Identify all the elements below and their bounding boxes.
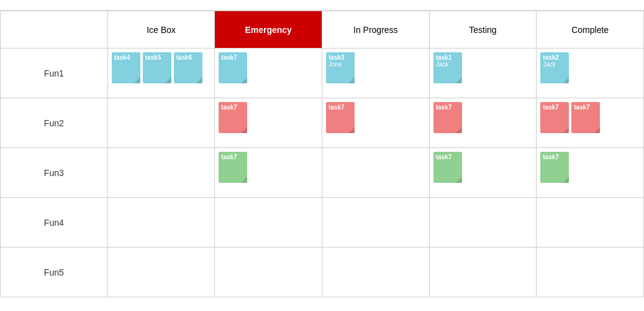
row-label-fun2: Fun2 [1,98,108,148]
cell-fun3-testing: task7 [429,148,537,198]
table-row: Fun5 [1,248,644,297]
row-label-fun1: Fun1 [1,49,108,98]
cell-fun2-complete: task7task7 [537,98,644,148]
task-person: Jack [436,61,449,68]
task-label: task5 [145,54,161,61]
cell-fun2-testing: task7 [429,98,537,148]
tasks-container: task7 [326,102,425,133]
column-header-emergency: Emergency [215,11,322,49]
table-wrapper: Ice BoxEmergencyIn ProgressTestingComple… [0,11,644,297]
row-label-fun5: Fun5 [1,248,108,297]
cell-fun4-icebox [107,198,215,248]
task-card[interactable]: task5 [143,52,171,83]
cell-fun3-emergency: task7 [215,148,322,198]
task-card[interactable]: task7 [540,152,569,183]
task-label: task2 [543,54,559,61]
cell-fun5-inprogress [322,248,429,297]
task-label: task1 [436,54,452,61]
cell-fun2-emergency: task7 [215,98,322,148]
row-label-fun3: Fun3 [1,148,108,198]
cell-fun1-inprogress: task3Jone [322,49,429,98]
cell-fun5-emergency [215,248,322,297]
cell-fun5-icebox [107,248,215,297]
column-header-complete: Complete [537,11,644,49]
task-card[interactable]: task7 [219,102,247,133]
column-header-inprogress: In Progress [322,11,429,49]
table-row: Fun2task7task7task7task7task7 [1,98,644,148]
task-label: task7 [221,54,237,61]
cell-fun5-complete [537,248,644,297]
cell-fun5-testing [429,248,537,297]
cell-fun3-icebox [107,148,215,198]
tasks-container: task3Jone [326,52,425,83]
task-label: task3 [329,54,345,61]
tasks-container: task2Jack [540,52,640,83]
table-row: Fun4 [1,198,644,248]
task-card[interactable]: task7 [326,102,355,133]
task-card[interactable]: task7 [571,102,600,133]
tasks-container: task7 [219,52,318,83]
cell-fun1-icebox: task4task5task6 [107,49,215,98]
column-header-testing: Testing [429,11,537,49]
cell-fun1-complete: task2Jack [537,49,644,98]
table-row: Fun1task4task5task6task7task3Jonetask1Ja… [1,49,644,98]
cell-fun4-complete [537,198,644,248]
task-label: task4 [114,54,130,61]
task-label: task7 [221,154,237,160]
cell-fun1-emergency: task7 [215,49,322,98]
top-text [0,0,644,11]
corner-cell [1,11,108,49]
task-label: task7 [543,154,559,160]
cell-fun4-emergency [215,198,322,248]
task-person: Jone [329,61,342,68]
cell-fun2-icebox [107,98,215,148]
task-card[interactable]: task2Jack [540,52,569,83]
task-card[interactable]: task7 [433,102,462,133]
task-card[interactable]: task4 [112,52,140,83]
tasks-container: task4task5task6 [112,52,211,83]
cell-fun2-inprogress: task7 [322,98,429,148]
task-card[interactable]: task7 [219,52,247,83]
row-label-fun4: Fun4 [1,198,108,248]
tasks-container: task7 [219,102,318,133]
task-label: task7 [436,104,452,111]
tasks-container: task7 [433,102,533,133]
task-person: Jack [543,61,556,68]
task-label: task6 [176,54,193,61]
task-label: task7 [221,104,237,111]
task-card[interactable]: task6 [174,52,202,83]
cell-fun3-complete: task7 [537,148,644,198]
task-label: task7 [543,104,559,111]
task-card[interactable]: task7 [219,152,247,183]
task-card[interactable]: task7 [540,102,569,133]
tasks-container: task7 [219,152,318,183]
task-card[interactable]: task1Jack [433,52,462,83]
tasks-container: task7 [433,152,533,183]
task-card[interactable]: task3Jone [326,52,355,83]
task-label: task7 [436,154,452,160]
task-label: task7 [574,104,590,111]
column-header-icebox: Ice Box [107,11,215,49]
tasks-container: task7task7 [540,102,640,133]
cell-fun3-inprogress [322,148,429,198]
kanban-table: Ice BoxEmergencyIn ProgressTestingComple… [0,11,644,297]
cell-fun1-testing: task1Jack [429,49,537,98]
tasks-container: task7 [540,152,640,183]
cell-fun4-testing [429,198,537,248]
task-label: task7 [329,104,345,111]
tasks-container: task1Jack [433,52,533,83]
cell-fun4-inprogress [322,198,429,248]
task-card[interactable]: task7 [433,152,462,183]
table-row: Fun3task7task7task7 [1,148,644,198]
